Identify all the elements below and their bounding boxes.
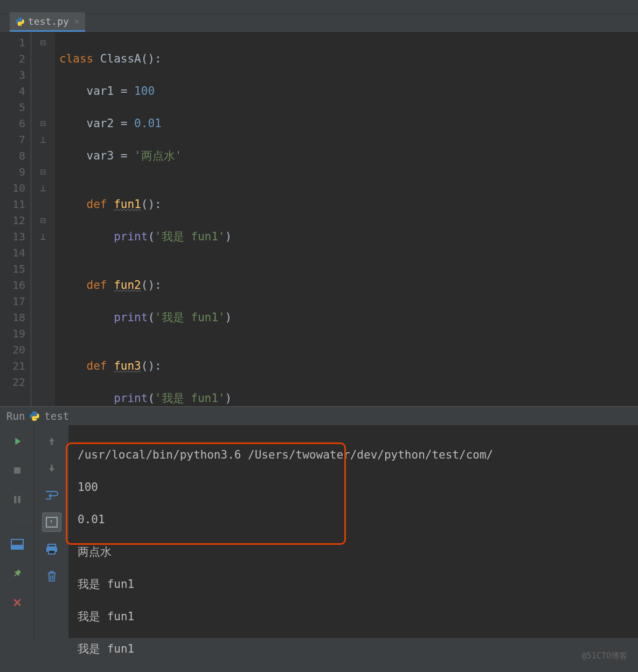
svg-rect-8 [48, 550, 55, 554]
code-editor[interactable]: 12345678910111213141516171819202122 ⊟ ⊟ … [0, 32, 638, 406]
watermark: @51CTO博客 [582, 651, 627, 661]
scroll-down-button[interactable] [42, 459, 61, 478]
print-button[interactable] [42, 539, 61, 559]
fold-column: ⊟ ⊟ ⊥ ⊟ ⊥ ⊟ ⊥ [31, 32, 55, 406]
console-line: 我是 fun1 [78, 641, 629, 657]
soft-wrap-button[interactable] [42, 486, 61, 505]
editor-tab-bar: test.py × [0, 14, 638, 32]
fold-toggle-icon[interactable]: ⊟ [31, 34, 55, 51]
svg-rect-2 [18, 496, 20, 503]
console-output[interactable]: /usr/local/bin/python3.6 /Users/twowater… [69, 425, 638, 638]
fold-toggle-icon[interactable]: ⊟ [31, 212, 55, 228]
run-tool-window: Run test ······· /usr/local/bin/python3.… [0, 406, 638, 638]
run-label: Run [6, 410, 25, 422]
run-toolbar-console [34, 425, 69, 638]
svg-rect-0 [14, 467, 20, 474]
separator: ······· [2, 519, 32, 525]
console-line: 两点水 [78, 544, 629, 560]
clear-all-button[interactable] [42, 566, 61, 586]
console-command: /usr/local/bin/python3.6 /Users/twowater… [78, 447, 629, 463]
scroll-up-button[interactable] [42, 432, 61, 451]
fold-toggle-icon[interactable]: ⊟ [31, 164, 55, 180]
pin-button[interactable] [8, 564, 27, 583]
tab-filename: test.py [28, 16, 69, 27]
layout-button[interactable] [8, 535, 27, 554]
console-line: 0.01 [78, 511, 629, 528]
rerun-button[interactable] [8, 432, 27, 451]
run-config-name: test [44, 410, 69, 422]
editor-tab-testpy[interactable]: test.py × [10, 12, 85, 32]
fold-end-icon[interactable]: ⊥ [31, 131, 55, 148]
pause-button[interactable] [8, 490, 27, 509]
fold-end-icon[interactable]: ⊥ [31, 228, 55, 245]
fold-end-icon[interactable]: ⊥ [31, 180, 55, 196]
python-icon [29, 411, 40, 421]
close-button[interactable] [8, 593, 27, 612]
scroll-to-end-button[interactable] [42, 512, 61, 532]
code-content[interactable]: class ClassA(): var1 = 100 var2 = 0.01 v… [55, 32, 638, 406]
console-line: 我是 fun1 [78, 608, 629, 625]
run-toolbar-left: ······· [0, 425, 34, 638]
fold-toggle-icon[interactable]: ⊟ [31, 115, 55, 131]
stop-button[interactable] [8, 461, 27, 480]
svg-rect-1 [14, 496, 16, 503]
svg-rect-6 [48, 544, 56, 547]
svg-rect-4 [11, 545, 23, 549]
console-line: 100 [78, 479, 629, 495]
close-icon[interactable]: × [72, 16, 80, 26]
line-number-gutter: 12345678910111213141516171819202122 [0, 32, 31, 406]
console-line: 我是 fun1 [78, 576, 629, 592]
window-topbar [0, 0, 638, 14]
python-file-icon [15, 17, 25, 26]
